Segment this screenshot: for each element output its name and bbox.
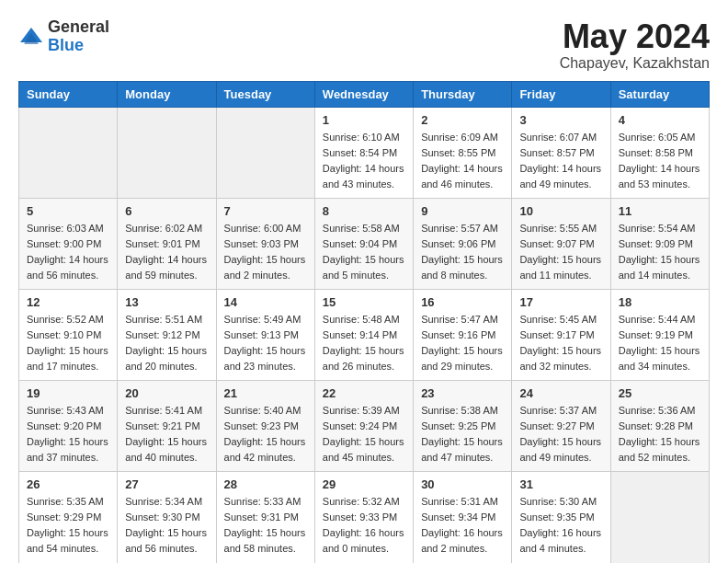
day-number: 10 bbox=[519, 204, 602, 218]
day-info: Sunrise: 5:31 AMSunset: 9:34 PMDaylight:… bbox=[421, 494, 504, 557]
page-header: General Blue May 2024 Chapayev, Kazakhst… bbox=[18, 18, 710, 72]
day-number: 3 bbox=[519, 113, 602, 127]
calendar-cell: 19Sunrise: 5:43 AMSunset: 9:20 PMDayligh… bbox=[19, 381, 118, 472]
calendar-cell: 30Sunrise: 5:31 AMSunset: 9:34 PMDayligh… bbox=[414, 472, 512, 563]
day-number: 6 bbox=[125, 204, 208, 218]
calendar-cell: 23Sunrise: 5:38 AMSunset: 9:25 PMDayligh… bbox=[414, 381, 512, 472]
day-number: 5 bbox=[27, 204, 109, 218]
day-number: 23 bbox=[421, 386, 504, 400]
calendar-cell bbox=[610, 472, 709, 563]
day-number: 14 bbox=[224, 295, 307, 309]
calendar-cell: 29Sunrise: 5:32 AMSunset: 9:33 PMDayligh… bbox=[314, 472, 413, 563]
week-row-5: 26Sunrise: 5:35 AMSunset: 9:29 PMDayligh… bbox=[19, 472, 710, 563]
weekday-header-saturday: Saturday bbox=[610, 81, 709, 107]
calendar-cell bbox=[118, 107, 216, 198]
day-number: 31 bbox=[519, 477, 602, 491]
logo-general: General bbox=[48, 18, 109, 37]
week-row-3: 12Sunrise: 5:52 AMSunset: 9:10 PMDayligh… bbox=[19, 289, 710, 380]
day-info: Sunrise: 6:05 AMSunset: 8:58 PMDaylight:… bbox=[619, 130, 701, 192]
month-title: May 2024 bbox=[560, 18, 710, 55]
day-number: 22 bbox=[323, 386, 405, 400]
day-info: Sunrise: 5:45 AMSunset: 9:17 PMDaylight:… bbox=[519, 312, 602, 374]
day-info: Sunrise: 5:48 AMSunset: 9:14 PMDaylight:… bbox=[323, 312, 405, 374]
day-info: Sunrise: 6:07 AMSunset: 8:57 PMDaylight:… bbox=[519, 130, 602, 192]
day-number: 8 bbox=[323, 204, 405, 218]
weekday-header-thursday: Thursday bbox=[414, 81, 512, 107]
calendar-cell bbox=[216, 107, 314, 198]
calendar-cell: 4Sunrise: 6:05 AMSunset: 8:58 PMDaylight… bbox=[610, 107, 709, 198]
day-info: Sunrise: 6:09 AMSunset: 8:55 PMDaylight:… bbox=[421, 130, 504, 192]
day-number: 20 bbox=[125, 386, 208, 400]
day-info: Sunrise: 5:51 AMSunset: 9:12 PMDaylight:… bbox=[125, 312, 208, 374]
calendar-table: SundayMondayTuesdayWednesdayThursdayFrid… bbox=[18, 81, 710, 563]
calendar-cell: 11Sunrise: 5:54 AMSunset: 9:09 PMDayligh… bbox=[610, 198, 709, 289]
weekday-header-sunday: Sunday bbox=[19, 81, 118, 107]
week-row-2: 5Sunrise: 6:03 AMSunset: 9:00 PMDaylight… bbox=[19, 198, 710, 289]
day-number: 26 bbox=[27, 477, 109, 491]
day-info: Sunrise: 5:34 AMSunset: 9:30 PMDaylight:… bbox=[125, 494, 208, 557]
day-number: 9 bbox=[421, 204, 504, 218]
day-number: 24 bbox=[519, 386, 602, 400]
logo-blue: Blue bbox=[48, 37, 109, 55]
day-info: Sunrise: 5:32 AMSunset: 9:33 PMDaylight:… bbox=[323, 494, 405, 557]
calendar-cell: 5Sunrise: 6:03 AMSunset: 9:00 PMDaylight… bbox=[19, 198, 118, 289]
day-info: Sunrise: 5:43 AMSunset: 9:20 PMDaylight:… bbox=[27, 403, 109, 465]
day-number: 13 bbox=[125, 295, 208, 309]
day-number: 30 bbox=[421, 477, 504, 491]
weekday-header-tuesday: Tuesday bbox=[216, 81, 314, 107]
week-row-4: 19Sunrise: 5:43 AMSunset: 9:20 PMDayligh… bbox=[19, 381, 710, 472]
day-number: 12 bbox=[27, 295, 109, 309]
location: Chapayev, Kazakhstan bbox=[560, 55, 710, 72]
day-info: Sunrise: 5:47 AMSunset: 9:16 PMDaylight:… bbox=[421, 312, 504, 374]
day-number: 19 bbox=[27, 386, 109, 400]
calendar-cell: 24Sunrise: 5:37 AMSunset: 9:27 PMDayligh… bbox=[512, 381, 610, 472]
day-info: Sunrise: 6:00 AMSunset: 9:03 PMDaylight:… bbox=[224, 221, 307, 283]
day-info: Sunrise: 5:40 AMSunset: 9:23 PMDaylight:… bbox=[224, 403, 307, 465]
day-info: Sunrise: 5:39 AMSunset: 9:24 PMDaylight:… bbox=[323, 403, 405, 465]
calendar-cell: 12Sunrise: 5:52 AMSunset: 9:10 PMDayligh… bbox=[19, 289, 118, 380]
weekday-header-friday: Friday bbox=[512, 81, 610, 107]
logo-icon bbox=[18, 24, 44, 50]
calendar-cell: 6Sunrise: 6:02 AMSunset: 9:01 PMDaylight… bbox=[118, 198, 216, 289]
calendar-cell: 14Sunrise: 5:49 AMSunset: 9:13 PMDayligh… bbox=[216, 289, 314, 380]
calendar-cell: 3Sunrise: 6:07 AMSunset: 8:57 PMDaylight… bbox=[512, 107, 610, 198]
day-number: 15 bbox=[323, 295, 405, 309]
calendar-cell: 31Sunrise: 5:30 AMSunset: 9:35 PMDayligh… bbox=[512, 472, 610, 563]
weekday-header-wednesday: Wednesday bbox=[314, 81, 413, 107]
logo-text: General Blue bbox=[48, 18, 109, 55]
day-number: 11 bbox=[619, 204, 701, 218]
calendar-cell: 27Sunrise: 5:34 AMSunset: 9:30 PMDayligh… bbox=[118, 472, 216, 563]
day-info: Sunrise: 5:54 AMSunset: 9:09 PMDaylight:… bbox=[619, 221, 701, 283]
calendar-cell: 1Sunrise: 6:10 AMSunset: 8:54 PMDaylight… bbox=[314, 107, 413, 198]
weekday-header-monday: Monday bbox=[118, 81, 216, 107]
day-number: 17 bbox=[519, 295, 602, 309]
calendar-cell: 2Sunrise: 6:09 AMSunset: 8:55 PMDaylight… bbox=[414, 107, 512, 198]
calendar-cell: 21Sunrise: 5:40 AMSunset: 9:23 PMDayligh… bbox=[216, 381, 314, 472]
day-info: Sunrise: 6:03 AMSunset: 9:00 PMDaylight:… bbox=[27, 221, 109, 283]
calendar-cell: 18Sunrise: 5:44 AMSunset: 9:19 PMDayligh… bbox=[610, 289, 709, 380]
calendar-cell: 9Sunrise: 5:57 AMSunset: 9:06 PMDaylight… bbox=[414, 198, 512, 289]
calendar-cell: 28Sunrise: 5:33 AMSunset: 9:31 PMDayligh… bbox=[216, 472, 314, 563]
day-info: Sunrise: 5:37 AMSunset: 9:27 PMDaylight:… bbox=[519, 403, 602, 465]
calendar-cell: 22Sunrise: 5:39 AMSunset: 9:24 PMDayligh… bbox=[314, 381, 413, 472]
day-info: Sunrise: 5:49 AMSunset: 9:13 PMDaylight:… bbox=[224, 312, 307, 374]
calendar-cell: 20Sunrise: 5:41 AMSunset: 9:21 PMDayligh… bbox=[118, 381, 216, 472]
day-info: Sunrise: 5:58 AMSunset: 9:04 PMDaylight:… bbox=[323, 221, 405, 283]
day-number: 18 bbox=[619, 295, 701, 309]
calendar-cell: 15Sunrise: 5:48 AMSunset: 9:14 PMDayligh… bbox=[314, 289, 413, 380]
day-number: 28 bbox=[224, 477, 307, 491]
day-number: 16 bbox=[421, 295, 504, 309]
calendar-cell bbox=[19, 107, 118, 198]
day-number: 2 bbox=[421, 113, 504, 127]
week-row-1: 1Sunrise: 6:10 AMSunset: 8:54 PMDaylight… bbox=[19, 107, 710, 198]
day-info: Sunrise: 5:36 AMSunset: 9:28 PMDaylight:… bbox=[619, 403, 701, 465]
day-number: 1 bbox=[323, 113, 405, 127]
day-number: 4 bbox=[619, 113, 701, 127]
weekday-header-row: SundayMondayTuesdayWednesdayThursdayFrid… bbox=[19, 81, 710, 107]
day-number: 7 bbox=[224, 204, 307, 218]
calendar-cell: 25Sunrise: 5:36 AMSunset: 9:28 PMDayligh… bbox=[610, 381, 709, 472]
day-info: Sunrise: 5:33 AMSunset: 9:31 PMDaylight:… bbox=[224, 494, 307, 557]
day-info: Sunrise: 5:55 AMSunset: 9:07 PMDaylight:… bbox=[519, 221, 602, 283]
day-info: Sunrise: 5:57 AMSunset: 9:06 PMDaylight:… bbox=[421, 221, 504, 283]
calendar-cell: 7Sunrise: 6:00 AMSunset: 9:03 PMDaylight… bbox=[216, 198, 314, 289]
